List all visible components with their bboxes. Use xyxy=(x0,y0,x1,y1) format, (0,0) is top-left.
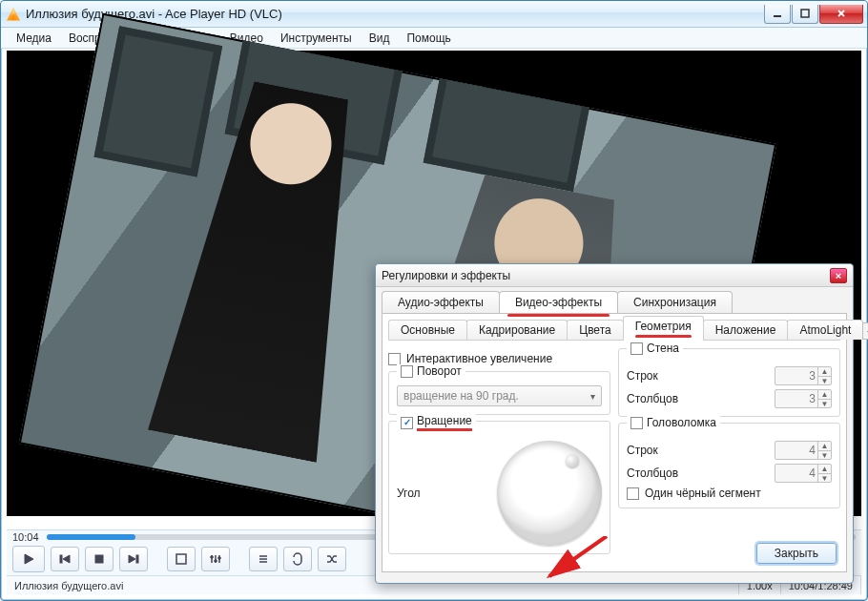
subtab-geometry[interactable]: Геометрия xyxy=(623,316,704,341)
window-buttons xyxy=(763,5,863,24)
sub-tabs: Основные Кадрирование Цвета Геометрия На… xyxy=(388,320,840,341)
wall-cols-stepper[interactable]: 3 ▲▼ xyxy=(775,389,832,408)
highlight-underline xyxy=(507,314,610,317)
minimize-button[interactable] xyxy=(764,5,791,24)
step-down-icon[interactable]: ▼ xyxy=(818,474,831,483)
subtab-geometry-label: Геометрия xyxy=(635,320,692,333)
dialog-close-main-button[interactable]: Закрыть xyxy=(756,543,837,564)
step-up-icon[interactable]: ▲ xyxy=(818,367,831,377)
menu-media[interactable]: Медиа xyxy=(9,30,59,47)
ext-settings-button[interactable] xyxy=(201,547,230,571)
menu-view[interactable]: Вид xyxy=(362,30,398,47)
next-button[interactable] xyxy=(119,547,148,571)
rotate-select-value: вращение на 90 град. xyxy=(403,389,519,403)
wall-legend-label: Стена xyxy=(647,342,679,355)
pane-left: Интерактивное увеличение Поворот вращени… xyxy=(388,348,610,543)
maximize-button[interactable] xyxy=(792,5,818,24)
wall-rows-value: 3 xyxy=(809,369,816,383)
subtab-atmolight[interactable]: AtmoLight xyxy=(787,320,863,340)
step-up-icon[interactable]: ▲ xyxy=(818,390,831,400)
rotate-enable-checkbox[interactable] xyxy=(401,365,413,378)
rotation-dial-row: Угол xyxy=(397,441,602,546)
top-tabs: Аудио-эффекты Видео-эффекты Синхронизаци… xyxy=(376,287,853,313)
fullscreen-button[interactable] xyxy=(167,547,196,571)
puzzle-cols-label: Столбцов xyxy=(627,466,769,480)
step-up-icon[interactable]: ▲ xyxy=(818,442,831,451)
playlist-button[interactable] xyxy=(249,547,278,571)
tab-sync[interactable]: Синхронизация xyxy=(617,291,733,313)
svg-rect-1 xyxy=(801,10,809,17)
subtab-colors[interactable]: Цвета xyxy=(567,320,623,340)
shuffle-button[interactable] xyxy=(318,547,346,571)
stop-button[interactable] xyxy=(85,547,114,571)
effects-dialog: Регулировки и эффекты × Аудио-эффекты Ви… xyxy=(375,263,854,584)
chevron-down-icon: ▾ xyxy=(590,391,595,402)
puzzle-cols-value: 4 xyxy=(809,466,816,480)
play-button[interactable] xyxy=(12,546,45,572)
rotation-group: Вращение Угол xyxy=(388,421,610,554)
step-down-icon[interactable]: ▼ xyxy=(818,451,831,460)
rotation-dial[interactable] xyxy=(497,441,602,546)
wall-rows-stepper[interactable]: 3 ▲▼ xyxy=(775,366,832,385)
prev-button[interactable] xyxy=(51,547,79,571)
subtab-crop[interactable]: Кадрирование xyxy=(466,320,568,340)
interactive-zoom-checkbox[interactable] xyxy=(388,353,401,365)
subtab-overlay[interactable]: Наложение xyxy=(703,320,789,340)
pane-right: Стена Строк 3 ▲▼ Столбцов 3 xyxy=(618,348,840,543)
subtab-scroll-left[interactable]: ◂ xyxy=(862,322,868,340)
menu-tools[interactable]: Инструменты xyxy=(273,30,360,47)
step-down-icon[interactable]: ▼ xyxy=(818,377,831,385)
puzzle-group: Головоломка Строк 4 ▲▼ Столбцов xyxy=(618,423,840,508)
svg-marker-4 xyxy=(63,555,70,563)
step-down-icon[interactable]: ▼ xyxy=(818,400,831,408)
interactive-zoom-label: Интерактивное увеличение xyxy=(406,352,552,365)
svg-point-10 xyxy=(215,560,217,563)
angle-label: Угол xyxy=(397,487,421,500)
step-up-icon[interactable]: ▲ xyxy=(818,465,831,474)
rotation-enable-checkbox[interactable] xyxy=(401,417,413,429)
puzzle-legend-label: Головоломка xyxy=(647,416,716,429)
wall-cols-value: 3 xyxy=(809,392,816,405)
elapsed-time: 10:04 xyxy=(12,531,39,543)
svg-rect-7 xyxy=(136,555,138,563)
rotate-select[interactable]: вращение на 90 град. ▾ xyxy=(397,385,602,406)
svg-point-11 xyxy=(218,557,221,560)
wall-cols-row: Столбцов 3 ▲▼ xyxy=(627,389,832,408)
wall-legend: Стена xyxy=(627,342,683,355)
svg-rect-5 xyxy=(95,555,103,563)
puzzle-rows-stepper[interactable]: 4 ▲▼ xyxy=(775,441,832,460)
bg-painting xyxy=(94,26,223,176)
dialog-body: Основные Кадрирование Цвета Геометрия На… xyxy=(382,313,847,572)
close-button[interactable] xyxy=(819,5,863,24)
app-icon xyxy=(7,8,20,21)
subtab-basic[interactable]: Основные xyxy=(388,320,467,340)
main-window: Иллюзия будущего.avi - Ace Player HD (VL… xyxy=(0,0,868,601)
wall-rows-row: Строк 3 ▲▼ xyxy=(627,366,832,385)
menu-help[interactable]: Помощь xyxy=(399,30,458,47)
dialog-close-button[interactable]: × xyxy=(830,268,847,283)
dialog-title: Регулировки и эффекты xyxy=(382,269,510,282)
puzzle-rows-label: Строк xyxy=(627,444,769,457)
tab-video-effects[interactable]: Видео-эффекты xyxy=(499,291,618,313)
wall-enable-checkbox[interactable] xyxy=(630,342,643,355)
black-segment-label: Один чёрный сегмент xyxy=(645,487,761,500)
svg-marker-2 xyxy=(25,554,33,564)
wall-group: Стена Строк 3 ▲▼ Столбцов 3 xyxy=(618,348,840,417)
rotate-legend: Поворот xyxy=(397,364,465,378)
bg-painting xyxy=(424,51,595,192)
svg-rect-0 xyxy=(774,15,781,17)
puzzle-rows-row: Строк 4 ▲▼ xyxy=(627,441,832,460)
puzzle-cols-stepper[interactable]: 4 ▲▼ xyxy=(775,464,832,483)
puzzle-enable-checkbox[interactable] xyxy=(630,417,643,429)
rotate-group: Поворот вращение на 90 град. ▾ xyxy=(388,371,610,415)
rotation-legend: Вращение xyxy=(397,414,476,431)
svg-point-9 xyxy=(211,556,214,559)
rotation-legend-label: Вращение xyxy=(417,414,472,431)
tab-audio-effects[interactable]: Аудио-эффекты xyxy=(382,291,500,313)
highlight-underline xyxy=(635,335,692,338)
black-segment-checkbox[interactable] xyxy=(627,487,639,500)
rotation-dial-knob xyxy=(566,454,579,467)
wall-cols-label: Столбцов xyxy=(627,392,769,405)
loop-button[interactable] xyxy=(283,547,312,571)
svg-rect-8 xyxy=(176,554,186,564)
